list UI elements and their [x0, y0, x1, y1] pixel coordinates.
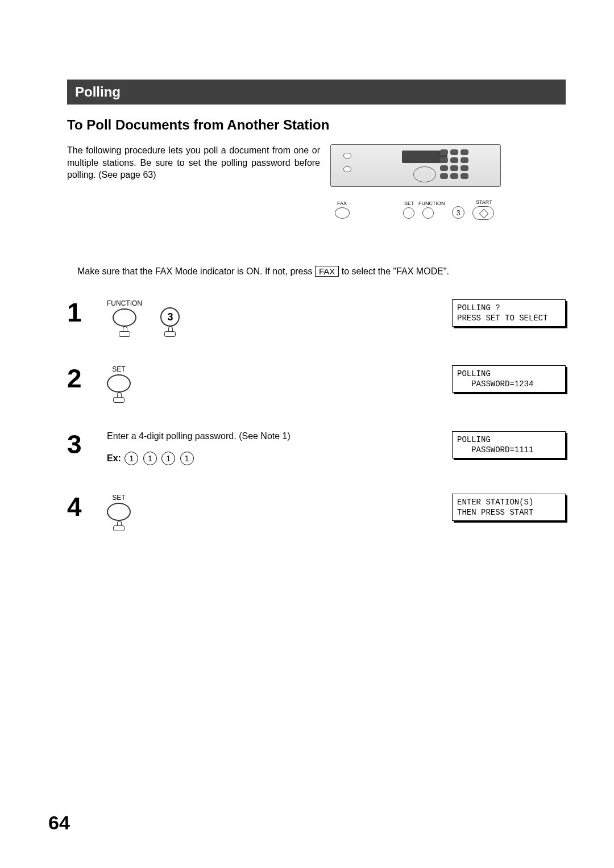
key-3-icon: 3: [452, 206, 464, 219]
lcd-display: POLLING ? PRESS SET TO SELECT: [452, 299, 566, 327]
set-label: SET: [404, 201, 414, 206]
steps-list: 1 FUNCTION 3 POLLING ? PRESS SET TO SELE…: [67, 299, 566, 531]
digit-key: 1: [161, 452, 175, 465]
hand-icon: [113, 394, 125, 403]
function-button-icon: [422, 207, 434, 219]
mode-pre: Make sure that the FAX Mode indicator is…: [77, 266, 315, 276]
step-2: 2 SET POLLING PASSWORD=1234: [67, 365, 566, 403]
set-press-icon: SET: [107, 365, 131, 403]
digit-key: 1: [125, 452, 138, 465]
step-number: 4: [67, 494, 107, 520]
example-line: Ex: 1 1 1 1: [107, 452, 300, 465]
start-button-icon: [472, 206, 494, 220]
fax-label: FAX: [337, 201, 347, 206]
intro-row: The following procedure lets you poll a …: [67, 144, 566, 215]
control-panel-illustration: FAX SET FUNCTION 3 START: [330, 144, 566, 215]
step-instruction: Enter a 4-digit polling password. (See N…: [107, 431, 300, 441]
subheading: To Poll Documents from Another Station: [67, 117, 566, 133]
step-text-area: Enter a 4-digit polling password. (See N…: [107, 431, 300, 465]
fax-button-icon: [335, 207, 350, 219]
function-press-icon: FUNCTION: [107, 299, 142, 337]
device-panel: [330, 144, 501, 187]
section-title-bar: Polling: [67, 80, 566, 105]
page-number: 64: [48, 812, 70, 834]
key-3: 3: [160, 307, 180, 327]
step-number: 3: [67, 431, 107, 457]
lcd-display: ENTER STATION(S) THEN PRESS START: [452, 494, 566, 521]
key-3-press-icon: 3: [160, 299, 180, 337]
intro-paragraph: The following procedure lets you poll a …: [67, 144, 320, 215]
digit-key: 1: [143, 452, 157, 465]
hand-icon: [164, 328, 176, 337]
set-button-icon: [403, 207, 414, 219]
section-title: Polling: [75, 84, 121, 99]
button-label: FUNCTION: [107, 299, 142, 307]
step-3: 3 Enter a 4-digit polling password. (See…: [67, 431, 566, 465]
step-number: 2: [67, 365, 107, 391]
function-label: FUNCTION: [418, 201, 445, 206]
digit-key: 1: [180, 452, 194, 465]
lcd-display: POLLING PASSWORD=1234: [452, 365, 566, 393]
mode-instruction: Make sure that the FAX Mode indicator is…: [77, 266, 566, 277]
step-1: 1 FUNCTION 3 POLLING ? PRESS SET TO SELE…: [67, 299, 566, 337]
button-label: SET: [107, 494, 131, 502]
step-4: 4 SET ENTER STATION(S) THEN PRESS START: [67, 494, 566, 531]
lcd-display: POLLING PASSWORD=1111: [452, 431, 566, 458]
hand-icon: [119, 328, 130, 337]
hand-icon: [113, 522, 125, 531]
fax-key-inline: FAX: [315, 266, 339, 277]
start-label: START: [476, 199, 492, 205]
set-press-icon: SET: [107, 494, 131, 531]
mode-post: to select the "FAX MODE".: [342, 266, 449, 276]
step-number: 1: [67, 299, 107, 326]
example-label: Ex:: [107, 453, 121, 463]
button-label: SET: [107, 365, 131, 373]
